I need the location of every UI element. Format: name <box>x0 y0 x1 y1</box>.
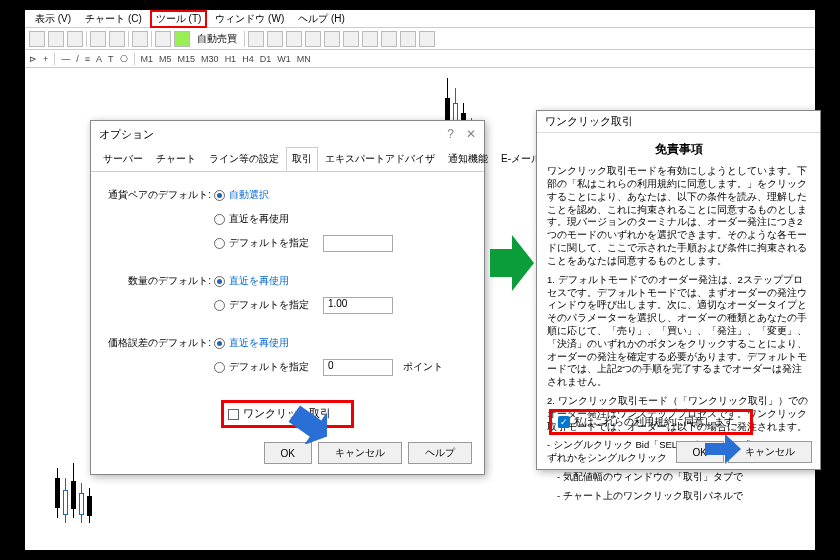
agree-label: 私はこれらの利用規約に同意します。 <box>574 415 744 429</box>
toolbar-1: 自動売買 <box>25 28 815 50</box>
disclaimer-p3b: - 気配値幅のウィンドウの「取引」タブで <box>547 471 810 484</box>
price-label: 価格誤差のデフォルト: <box>103 334 211 350</box>
options-title: オプション <box>99 127 154 142</box>
arrow-right-icon <box>705 434 741 464</box>
options-cancel-button[interactable]: キャンセル <box>318 442 402 464</box>
toolbar-icon[interactable] <box>343 31 359 47</box>
toolbar-icon[interactable] <box>48 31 64 47</box>
menubar: 表示 (V) チャート (C) ツール (T) ウィンドウ (W) ヘルプ (H… <box>25 10 815 28</box>
options-ok-button[interactable]: OK <box>264 442 312 464</box>
options-help-button[interactable]: ヘルプ <box>408 442 472 464</box>
toolbar-icon[interactable] <box>400 31 416 47</box>
toolbar-icon[interactable] <box>155 31 171 47</box>
menu-help[interactable]: ヘルプ (H) <box>292 11 351 27</box>
tab-ea[interactable]: エキスパートアドバイザ <box>319 147 441 171</box>
menu-window[interactable]: ウィンドウ (W) <box>209 11 290 27</box>
svg-marker-1 <box>287 404 331 444</box>
tf-m1[interactable]: M1 <box>141 54 154 64</box>
tab-chart[interactable]: チャート <box>150 147 202 171</box>
arrow-right-icon <box>490 235 534 291</box>
disclaimer-p3c: - チャート上のワンクリック取引パネルで <box>547 490 810 503</box>
volume-input[interactable]: 1.00 <box>323 297 393 314</box>
currency-radio-recent[interactable] <box>214 214 225 225</box>
price-radio-default[interactable] <box>214 362 225 373</box>
timebar: ⊳+—/≡AT⎔ M1 M5 M15 M30 H1 H4 D1 W1 MN <box>25 50 815 68</box>
help-icon[interactable]: ? <box>447 127 454 141</box>
autotrade-label[interactable]: 自動売買 <box>193 32 241 46</box>
currency-label: 通貨ペアのデフォルト: <box>103 186 211 202</box>
menu-chart[interactable]: チャート (C) <box>79 11 148 27</box>
toolbar-icon[interactable] <box>109 31 125 47</box>
toolbar-icon[interactable] <box>90 31 106 47</box>
volume-radio-recent[interactable] <box>214 276 225 287</box>
tab-trade[interactable]: 取引 <box>286 147 318 171</box>
tab-server[interactable]: サーバー <box>97 147 149 171</box>
toolbar-icon[interactable] <box>29 31 45 47</box>
tf-m15[interactable]: M15 <box>178 54 196 64</box>
menu-tools[interactable]: ツール (T) <box>150 10 208 28</box>
disclaimer-dialog: ワンクリック取引 免責事項 ワンクリック取引モードを有効にしようとしています。下… <box>536 110 821 470</box>
toolbar-icon[interactable] <box>362 31 378 47</box>
tf-m30[interactable]: M30 <box>201 54 219 64</box>
tab-lines[interactable]: ライン等の設定 <box>203 147 285 171</box>
currency-radio-auto[interactable] <box>214 190 225 201</box>
svg-marker-2 <box>705 434 741 464</box>
disclaimer-heading: 免責事項 <box>547 141 810 157</box>
disclaimer-p1: ワンクリック取引モードを有効にしようとしています。下部の「私はこれらの利用規約に… <box>547 165 810 268</box>
oneclick-checkbox[interactable] <box>228 409 239 420</box>
toolbar-icon[interactable] <box>305 31 321 47</box>
currency-input[interactable] <box>323 235 393 252</box>
price-unit: ポイント <box>403 360 443 374</box>
tf-mn[interactable]: MN <box>297 54 311 64</box>
close-icon[interactable]: ✕ <box>466 127 476 141</box>
toolbar-icon[interactable] <box>419 31 435 47</box>
tf-h1[interactable]: H1 <box>225 54 237 64</box>
arrow-down-icon <box>287 404 331 444</box>
toolbar-icon[interactable] <box>267 31 283 47</box>
toolbar-icon[interactable] <box>248 31 264 47</box>
tf-d1[interactable]: D1 <box>260 54 272 64</box>
agree-checkbox[interactable]: ✓ <box>558 416 570 428</box>
tab-notify[interactable]: 通知機能 <box>442 147 494 171</box>
currency-radio-default[interactable] <box>214 238 225 249</box>
disclaimer-title: ワンクリック取引 <box>537 111 820 133</box>
autotrade-icon[interactable] <box>174 31 190 47</box>
price-input[interactable]: 0 <box>323 359 393 376</box>
new-order-icon[interactable] <box>132 31 148 47</box>
disclaimer-p2: 1. デフォルトモードでのオーダー発注は、2ステッププロセスです。デフォルトモー… <box>547 274 810 389</box>
toolbar-icon[interactable] <box>286 31 302 47</box>
toolbar-icon[interactable] <box>67 31 83 47</box>
toolbar-icon[interactable] <box>381 31 397 47</box>
options-tabs: サーバー チャート ライン等の設定 取引 エキスパートアドバイザ 通知機能 E-… <box>91 147 484 172</box>
tf-h4[interactable]: H4 <box>242 54 254 64</box>
tf-m5[interactable]: M5 <box>159 54 172 64</box>
svg-marker-0 <box>490 235 534 291</box>
volume-label: 数量のデフォルト: <box>103 272 211 288</box>
price-radio-recent[interactable] <box>214 338 225 349</box>
toolbar-icon[interactable] <box>324 31 340 47</box>
menu-view[interactable]: 表示 (V) <box>29 11 77 27</box>
tf-w1[interactable]: W1 <box>277 54 291 64</box>
volume-radio-default[interactable] <box>214 300 225 311</box>
